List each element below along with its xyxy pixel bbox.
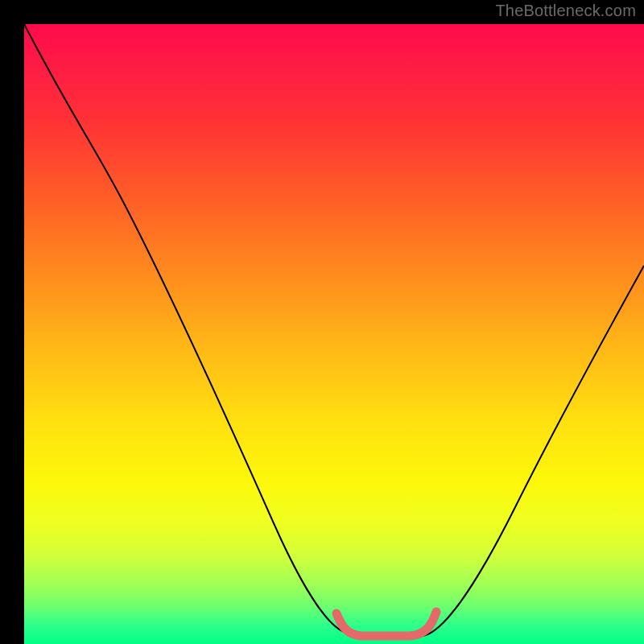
bottleneck-curve	[24, 24, 644, 637]
optimal-range-marker	[336, 612, 436, 636]
chart-frame	[12, 12, 632, 632]
plot-area	[24, 24, 644, 644]
chart-svg	[24, 24, 644, 644]
watermark-text: TheBottleneck.com	[495, 2, 636, 20]
